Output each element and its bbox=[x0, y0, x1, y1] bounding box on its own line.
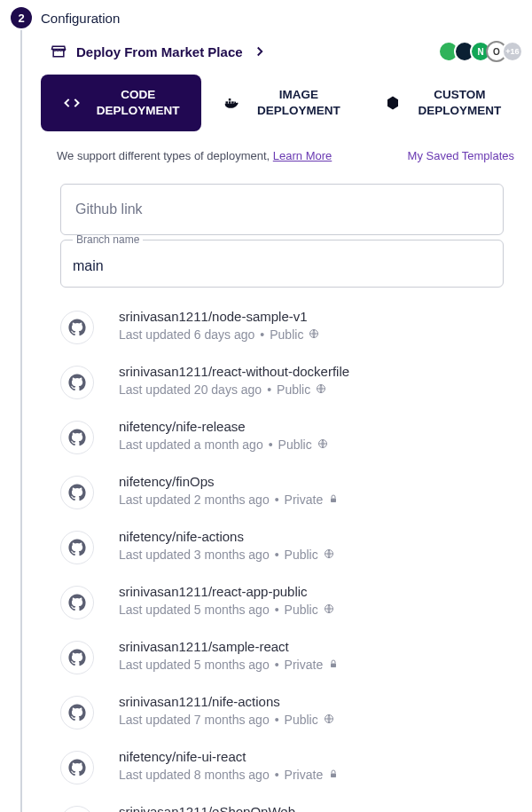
globe-icon bbox=[324, 603, 336, 616]
repo-name: srinivasan1211/node-sample-v1 bbox=[119, 309, 321, 324]
tab-label: CODEDEPLOYMENT bbox=[97, 87, 180, 119]
repo-name: srinivasan1211/react-app-public bbox=[119, 584, 336, 599]
avatar-more-count: +16 bbox=[502, 41, 523, 62]
repo-name: srinivasan1211/eShopOnWeb bbox=[119, 804, 319, 812]
repository-row[interactable]: nifetency/finOpsLast updated 2 months ag… bbox=[60, 461, 504, 516]
code-icon bbox=[63, 94, 81, 112]
repo-name: nifetency/nife-actions bbox=[119, 529, 336, 544]
branch-label: Branch name bbox=[73, 233, 143, 246]
svg-rect-10 bbox=[331, 664, 336, 668]
repo-name: nifetency/finOps bbox=[119, 474, 340, 489]
deployment-type-tabs: CODEDEPLOYMENT IMAGEDEPLOYMENT CUSTOMDEP… bbox=[41, 75, 523, 131]
github-icon bbox=[60, 806, 94, 812]
svg-rect-2 bbox=[231, 101, 234, 104]
repo-meta: Last updated 20 days ago•Public bbox=[119, 382, 349, 397]
globe-icon bbox=[324, 548, 336, 561]
repository-row[interactable]: srinivasan1211/react-without-dockerfileL… bbox=[60, 351, 504, 406]
github-icon bbox=[60, 476, 94, 509]
repository-list: srinivasan1211/node-sample-v1Last update… bbox=[41, 288, 523, 812]
globe-icon bbox=[316, 383, 328, 396]
tab-code-deployment[interactable]: CODEDEPLOYMENT bbox=[41, 75, 201, 131]
repository-row[interactable]: nifetency/nife-ui-reactLast updated 8 mo… bbox=[60, 737, 504, 792]
repo-name: srinivasan1211/react-without-dockerfile bbox=[119, 364, 349, 379]
repository-row[interactable]: srinivasan1211/sample-reactLast updated … bbox=[60, 627, 504, 682]
learn-more-link[interactable]: Learn More bbox=[273, 149, 332, 162]
deploy-from-marketplace-button[interactable]: Deploy From Market Place bbox=[50, 43, 268, 60]
github-icon bbox=[60, 696, 94, 729]
chevron-right-icon bbox=[252, 43, 268, 59]
repo-meta: Last updated 3 months ago•Public bbox=[119, 548, 336, 562]
github-icon bbox=[60, 531, 94, 564]
repo-meta: Last updated 5 months ago•Public bbox=[119, 603, 336, 617]
tab-label: CUSTOMDEPLOYMENT bbox=[418, 87, 501, 119]
globe-icon bbox=[309, 328, 321, 341]
repo-name: srinivasan1211/nife-actions bbox=[119, 694, 336, 709]
hexagon-icon bbox=[384, 94, 402, 112]
repository-row[interactable]: nifetency/nife-actionsLast updated 3 mon… bbox=[60, 516, 504, 572]
svg-rect-7 bbox=[331, 499, 336, 503]
docker-icon bbox=[223, 94, 241, 112]
github-icon bbox=[60, 751, 94, 784]
repository-row[interactable]: nifetency/nife-releaseLast updated a mon… bbox=[60, 406, 504, 461]
my-saved-templates-link[interactable]: My Saved Templates bbox=[408, 149, 514, 162]
lock-icon bbox=[328, 493, 340, 506]
svg-rect-3 bbox=[229, 99, 231, 101]
lock-icon bbox=[328, 658, 340, 671]
repo-meta: Last updated 7 months ago•Public bbox=[119, 713, 336, 727]
branch-fieldset: Branch name bbox=[60, 233, 504, 288]
github-icon bbox=[60, 366, 94, 399]
svg-rect-1 bbox=[229, 101, 231, 104]
marketplace-avatars[interactable]: N O +16 bbox=[443, 41, 523, 62]
repo-name: srinivasan1211/sample-react bbox=[119, 639, 340, 654]
step-title: Configuration bbox=[41, 11, 120, 26]
timeline-connector bbox=[20, 30, 22, 812]
repo-meta: Last updated 8 months ago•Private bbox=[119, 768, 340, 782]
github-link-input[interactable] bbox=[60, 184, 504, 235]
repository-row[interactable]: srinivasan1211/eShopOnWebLast updated a … bbox=[60, 792, 504, 812]
tab-label: IMAGEDEPLOYMENT bbox=[257, 87, 340, 119]
step-header: 2 Configuration bbox=[0, 0, 532, 35]
repo-meta: Last updated a month ago•Public bbox=[119, 438, 330, 452]
github-icon bbox=[60, 421, 94, 454]
repo-name: nifetency/nife-ui-react bbox=[119, 749, 340, 764]
repository-row[interactable]: srinivasan1211/node-sample-v1Last update… bbox=[60, 296, 504, 351]
github-icon bbox=[60, 311, 94, 344]
marketplace-label: Deploy From Market Place bbox=[76, 44, 243, 59]
repo-name: nifetency/nife-release bbox=[119, 419, 330, 434]
repository-row[interactable]: srinivasan1211/nife-actionsLast updated … bbox=[60, 682, 504, 737]
github-icon bbox=[60, 586, 94, 619]
github-icon bbox=[60, 641, 94, 674]
tab-image-deployment[interactable]: IMAGEDEPLOYMENT bbox=[201, 75, 362, 131]
lock-icon bbox=[328, 769, 340, 781]
repository-row[interactable]: srinivasan1211/react-app-publicLast upda… bbox=[60, 572, 504, 627]
svg-rect-0 bbox=[226, 101, 229, 104]
svg-rect-12 bbox=[331, 774, 336, 778]
support-text: We support different types of deployment… bbox=[57, 149, 332, 162]
store-icon bbox=[50, 43, 67, 60]
tab-custom-deployment[interactable]: CUSTOMDEPLOYMENT bbox=[363, 75, 523, 131]
repo-meta: Last updated 2 months ago•Private bbox=[119, 493, 340, 507]
step-number-badge: 2 bbox=[11, 7, 32, 28]
branch-name-input[interactable] bbox=[73, 246, 491, 287]
repo-meta: Last updated 6 days ago•Public bbox=[119, 327, 321, 342]
globe-icon bbox=[324, 713, 336, 726]
globe-icon bbox=[317, 438, 330, 451]
repo-meta: Last updated 5 months ago•Private bbox=[119, 658, 340, 672]
